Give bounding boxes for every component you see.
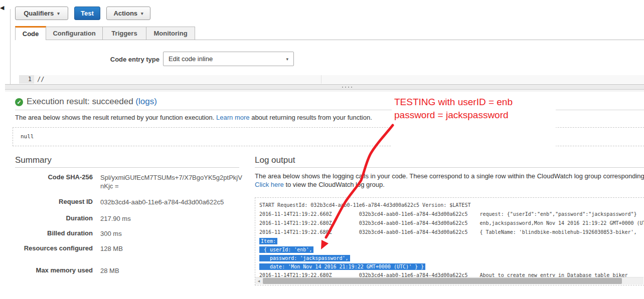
log-line: 2016-11-14T21:19:22.680Z 032b3cd4-aab0-1… xyxy=(259,219,644,228)
qualifiers-button[interactable]: Qualifiers ▾ xyxy=(15,7,68,20)
test-button-label: Test xyxy=(81,10,94,17)
log-line-highlighted: password: 'jackspassword', xyxy=(259,254,644,262)
click-here-link[interactable]: Click here xyxy=(255,181,284,188)
log-line: 2016-11-14T21:19:22.660Z 032b3cd4-aab0-1… xyxy=(259,210,644,219)
log-output-divider xyxy=(255,167,644,168)
left-rail-divider xyxy=(10,9,11,85)
summary-value: 28 MB xyxy=(100,266,244,275)
highlighted-text: Item: xyxy=(259,238,277,244)
log-line-highlighted: { userId: 'enb', xyxy=(259,245,644,254)
collapse-panel-icon[interactable]: ◀ xyxy=(0,5,4,11)
log-line: 2016-11-14T21:19:22.680Z 032b3cd4-aab0-1… xyxy=(259,228,644,237)
description-text: to view the CloudWatch log group. xyxy=(284,181,385,188)
description-text: The area below shows the result returned… xyxy=(15,114,216,121)
summary-label: Duration xyxy=(15,214,93,222)
summary-title: Summary xyxy=(15,155,52,165)
summary-value: 032b3cd4-aab0-11e6-a784-4d3d00a622c5 xyxy=(100,198,244,206)
lambda-test-console: ◀ Qualifiers ▾ Test Actions ▾ Code Confi… xyxy=(0,0,644,299)
logs-link[interactable]: (logs) xyxy=(135,97,157,106)
highlighted-text: date: 'Mon Nov 14 2016 21:19:22 GMT+0000… xyxy=(259,263,425,270)
log-horizontal-scrollbar[interactable]: ◂ xyxy=(255,277,643,284)
summary-value: 217.90 ms xyxy=(100,214,244,223)
summary-value: 300 ms xyxy=(100,229,244,238)
scrollbar-left-arrow-icon[interactable]: ◂ xyxy=(255,277,262,284)
scrollbar-thumb[interactable] xyxy=(263,278,622,284)
summary-value: 128 MB xyxy=(100,244,244,253)
editor-print-margin xyxy=(321,75,321,84)
summary-divider xyxy=(15,167,239,168)
log-output-box: START RequestId: 032b3cd4-aab0-11e6-a784… xyxy=(255,197,644,285)
splitter-handle[interactable] xyxy=(5,84,644,90)
editor-line-number: 1 xyxy=(19,75,34,84)
description-text: about returning results from your functi… xyxy=(250,114,372,121)
test-button[interactable]: Test xyxy=(74,7,100,20)
log-output-description-line2: Click here to view the CloudWatch log gr… xyxy=(255,181,385,188)
grip-dots-icon xyxy=(342,87,352,88)
tabbar-divider xyxy=(15,40,644,40)
chevron-down-icon: ▾ xyxy=(286,57,288,62)
summary-label: Billed duration xyxy=(15,229,93,237)
log-line: START RequestId: 032b3cd4-aab0-11e6-a784… xyxy=(259,201,644,210)
code-entry-type-select[interactable]: Edit code inline ▾ xyxy=(163,52,294,66)
execution-result-status: Execution result: succeeded xyxy=(27,97,135,106)
summary-label: Max memory used xyxy=(15,266,93,274)
log-line-highlighted: date: 'Mon Nov 14 2016 21:19:22 GMT+0000… xyxy=(259,262,644,271)
code-entry-type-value: Edit code inline xyxy=(169,55,213,63)
chevron-down-icon: ▾ xyxy=(141,11,143,16)
code-entry-type-label: Code entry type xyxy=(75,56,159,63)
tab-monitoring[interactable]: Monitoring xyxy=(146,27,195,40)
actions-button[interactable]: Actions ▾ xyxy=(106,7,150,20)
highlighted-text: { userId: 'enb', xyxy=(259,246,313,253)
execution-result-heading: Execution result: succeeded (logs) xyxy=(27,97,157,107)
code-editor-line[interactable]: // xyxy=(34,75,644,84)
annotation-text-line1: TESTING with userID = enb xyxy=(394,96,513,109)
log-output-description: The area below shows the logging calls i… xyxy=(255,172,644,180)
success-check-icon: ✓ xyxy=(15,98,23,106)
chevron-down-icon: ▾ xyxy=(57,11,60,16)
execution-result-description: The area below shows the result returned… xyxy=(15,114,372,121)
tab-triggers[interactable]: Triggers xyxy=(102,27,146,40)
summary-label: Code SHA-256 xyxy=(15,173,93,181)
actions-button-label: Actions xyxy=(113,10,137,17)
annotation-text: TESTING with userID = enb password = jac… xyxy=(394,96,513,122)
log-line-highlighted: Item: xyxy=(259,237,644,245)
learn-more-link[interactable]: Learn more xyxy=(216,114,249,121)
tab-code[interactable]: Code xyxy=(15,26,46,40)
highlighted-text: password: 'jackspassword', xyxy=(259,255,350,261)
summary-value: Spl/yxmiGUfEcM7TSUMs+7/X7BgoYK5g2ptPkjVn… xyxy=(100,173,244,190)
tab-configuration[interactable]: Configuration xyxy=(46,27,103,40)
log-output-title: Log output xyxy=(255,155,295,165)
summary-label: Resources configured xyxy=(15,244,93,252)
annotation-text-line2: password = jackspassword xyxy=(394,109,513,122)
summary-label: Request ID xyxy=(15,198,93,206)
qualifiers-button-label: Qualifiers xyxy=(24,10,54,17)
